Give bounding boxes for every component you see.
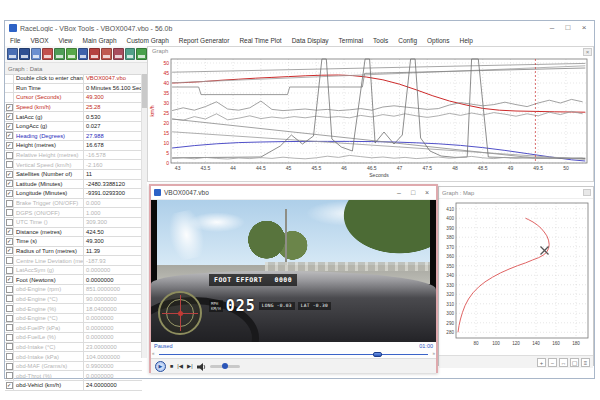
channel-checkbox[interactable]: [6, 257, 13, 264]
vbox-setup-icon[interactable]: [7, 48, 18, 60]
channel-checkbox[interactable]: ✓: [6, 104, 13, 111]
next-frame-button[interactable]: ▶|: [187, 363, 193, 369]
channel-checkbox[interactable]: ✓: [6, 238, 13, 245]
terminal-icon[interactable]: [78, 48, 89, 60]
serial-monitor-icon[interactable]: [19, 48, 30, 60]
channel-checkbox[interactable]: ✓: [6, 190, 13, 197]
channel-checkbox[interactable]: ✓: [6, 276, 13, 283]
volume-slider[interactable]: [210, 365, 240, 368]
channel-checkbox[interactable]: ✓: [6, 123, 13, 130]
map-maximize-icon[interactable]: [583, 189, 591, 196]
svg-text:340: 340: [446, 273, 454, 278]
seek-track[interactable]: [159, 354, 428, 356]
map-zoom-out-icon[interactable]: −: [548, 358, 557, 367]
video-maximize-button[interactable]: □: [406, 187, 420, 199]
channel-checkbox[interactable]: [6, 219, 13, 226]
channel-checkbox[interactable]: [6, 295, 13, 302]
minimize-button[interactable]: –: [544, 22, 560, 34]
tools-icon[interactable]: [125, 48, 136, 60]
channel-checkbox[interactable]: ✓: [6, 180, 13, 187]
channel-checkbox[interactable]: [6, 209, 13, 216]
channel-checkbox[interactable]: ✓: [6, 132, 13, 139]
map-pan-icon[interactable]: ↔: [559, 358, 568, 367]
channel-value: 0 Minutes 56.100 Seconds: [83, 84, 142, 93]
channel-label: Double click to enter channel & axis set…: [14, 75, 83, 81]
maximize-button[interactable]: □: [560, 22, 576, 34]
map-icon[interactable]: [113, 48, 124, 60]
menu-terminal[interactable]: Terminal: [334, 37, 369, 44]
tab-graph-map[interactable]: Graph : Map: [439, 187, 593, 199]
graph-setup-icon[interactable]: [31, 48, 42, 60]
channel-checkbox[interactable]: ✓: [6, 113, 13, 120]
channel-checkbox[interactable]: [6, 200, 13, 207]
menu-help[interactable]: Help: [454, 37, 477, 44]
channel-checkbox[interactable]: ✓: [6, 142, 13, 149]
channel-label: LongAcc (g): [14, 123, 83, 129]
play-button[interactable]: ▶: [155, 361, 166, 372]
table-row: obd-Engine (°C)0.0000000: [5, 314, 142, 324]
custom-graph-icon[interactable]: [101, 48, 112, 60]
channel-label: obd-Engine (°C): [14, 296, 83, 302]
svg-text:30: 30: [163, 100, 169, 106]
svg-text:49: 49: [508, 165, 514, 171]
seek-bar[interactable]: « »: [151, 350, 436, 358]
close-button[interactable]: ×: [576, 22, 592, 34]
main-graph-icon[interactable]: [89, 48, 100, 60]
video-close-button[interactable]: ×: [420, 187, 434, 199]
menu-vbox[interactable]: VBOX: [25, 37, 53, 44]
channel-checkbox[interactable]: [6, 286, 13, 293]
channel-label: Height (metres): [14, 142, 83, 148]
channel-checkbox[interactable]: [6, 324, 13, 331]
channel-checkbox[interactable]: [6, 161, 13, 168]
menu-view[interactable]: View: [54, 37, 78, 44]
player-status-row: Paused 01:00: [151, 342, 436, 350]
channel-checkbox[interactable]: ✓: [6, 382, 13, 389]
video-minimize-button[interactable]: –: [392, 187, 406, 199]
channel-checkbox[interactable]: [6, 267, 13, 274]
channel-checkbox[interactable]: ✓: [6, 247, 13, 254]
series-gray-rise-1: [172, 63, 585, 72]
menu-report-generator[interactable]: Report Generator: [174, 37, 235, 44]
config-icon[interactable]: [136, 48, 147, 60]
seek-handle[interactable]: [373, 352, 382, 357]
channel-checkbox[interactable]: [6, 315, 13, 322]
map-fit-icon[interactable]: ▢: [570, 358, 579, 367]
channel-checkbox[interactable]: [6, 372, 13, 379]
svg-text:40: 40: [163, 80, 169, 86]
volume-knob[interactable]: [222, 363, 228, 369]
main-graph-svg[interactable]: 4343.54444.54545.54646.54747.54848.54949…: [148, 56, 593, 181]
map-settings-icon[interactable]: ≡: [581, 358, 590, 367]
menu-file[interactable]: File: [5, 37, 25, 44]
channel-checkbox[interactable]: [6, 305, 13, 312]
menu-config[interactable]: Config: [393, 37, 422, 44]
channel-checkbox[interactable]: [6, 363, 13, 370]
channel-checkbox[interactable]: [6, 152, 13, 159]
menu-main-graph[interactable]: Main Graph: [78, 37, 122, 44]
menu-options[interactable]: Options: [422, 37, 454, 44]
menu-real-time-plot[interactable]: Real Time Plot: [234, 37, 286, 44]
prev-frame-button[interactable]: |◀: [177, 363, 183, 369]
tab-graph[interactable]: Graph: [148, 47, 593, 56]
channel-checkbox[interactable]: [6, 353, 13, 360]
menu-tools[interactable]: Tools: [368, 37, 393, 44]
report-generator-icon[interactable]: [42, 48, 53, 60]
real-time-plot-icon[interactable]: [54, 48, 65, 60]
svg-text:380: 380: [446, 235, 454, 240]
speaker-icon[interactable]: [197, 363, 206, 371]
map-zoom-in-icon[interactable]: +: [537, 358, 546, 367]
channel-label: Radius of Turn (metres): [14, 248, 83, 254]
channel-checkbox[interactable]: ✓: [6, 171, 13, 178]
seek-forward-icon[interactable]: »: [432, 351, 435, 356]
graph-close-icon[interactable]: ×: [583, 48, 592, 56]
channel-value: 0.0000000: [83, 323, 142, 332]
stop-button[interactable]: ■: [170, 363, 173, 369]
map-svg[interactable]: 8010012014016018028029030031032033034035…: [439, 199, 593, 351]
table-row: ✓Satellites (Number of)11: [5, 170, 142, 180]
seek-back-icon[interactable]: «: [152, 351, 155, 356]
channel-checkbox[interactable]: [6, 343, 13, 350]
menu-custom-graph[interactable]: Custom Graph: [122, 37, 174, 44]
channel-checkbox[interactable]: ✓: [6, 228, 13, 235]
data-display-icon[interactable]: [66, 48, 77, 60]
channel-checkbox[interactable]: [6, 334, 13, 341]
menu-data-display[interactable]: Data Display: [287, 37, 334, 44]
